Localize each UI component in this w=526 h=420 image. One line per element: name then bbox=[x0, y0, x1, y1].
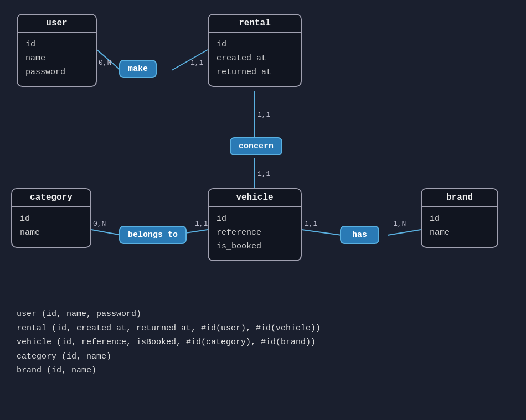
text-legend: user (id, name, password) rental (id, cr… bbox=[17, 307, 321, 378]
entity-rental: rental idcreated_atreturned_at bbox=[208, 14, 302, 87]
entity-rental-body: idcreated_atreturned_at bbox=[209, 33, 301, 86]
entity-vehicle-body: idreferenceis_booked bbox=[209, 207, 301, 260]
relation-concern: concern bbox=[230, 137, 282, 155]
svg-line-4 bbox=[91, 230, 122, 235]
legend-line-3: vehicle (id, reference, isBooked, #id(ca… bbox=[17, 335, 321, 350]
legend-line-2: rental (id, created_at, returned_at, #id… bbox=[17, 322, 321, 336]
cardinality-user-make: 0,N bbox=[99, 59, 111, 67]
diagram-area: user idnamepassword rental idcreated_atr… bbox=[0, 0, 526, 299]
relation-has: has bbox=[340, 226, 379, 244]
entity-category-header: category bbox=[12, 189, 90, 207]
svg-line-7 bbox=[388, 230, 421, 235]
cardinality-make-rental: 1,1 bbox=[190, 59, 203, 67]
cardinality-concern-vehicle: 1,1 bbox=[257, 170, 270, 178]
entity-category-body: idname bbox=[12, 207, 90, 247]
entity-brand-header: brand bbox=[422, 189, 497, 207]
entity-user-header: user bbox=[18, 15, 96, 33]
relation-make: make bbox=[119, 60, 157, 78]
entity-user: user idnamepassword bbox=[17, 14, 97, 87]
entity-brand-body: idname bbox=[422, 207, 497, 247]
cardinality-vehicle-has: 1,1 bbox=[305, 220, 317, 228]
cardinality-rental-concern: 1,1 bbox=[257, 111, 270, 119]
legend-line-4: category (id, name) bbox=[17, 350, 321, 364]
entity-rental-header: rental bbox=[209, 15, 301, 33]
legend-line-1: user (id, name, password) bbox=[17, 307, 321, 322]
entity-vehicle: vehicle idreferenceis_booked bbox=[208, 188, 302, 261]
svg-line-6 bbox=[302, 230, 342, 235]
cardinality-belongs-vehicle: 1,1 bbox=[195, 220, 208, 228]
legend-line-5: brand (id, name) bbox=[17, 364, 321, 378]
entity-vehicle-header: vehicle bbox=[209, 189, 301, 207]
entity-brand: brand idname bbox=[421, 188, 498, 248]
cardinality-has-brand: 1,N bbox=[393, 220, 406, 228]
relation-belongs-to: belongs to bbox=[119, 226, 187, 244]
entity-user-body: idnamepassword bbox=[18, 33, 96, 86]
entity-category: category idname bbox=[11, 188, 91, 248]
cardinality-category-belongs: 0,N bbox=[93, 220, 106, 228]
